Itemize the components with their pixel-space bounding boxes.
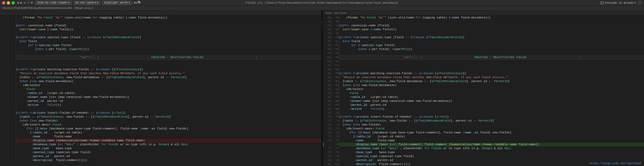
line-number: 81 (323, 162, 331, 166)
include-checkbox[interactable] (601, 1, 604, 4)
divider-dot (322, 21, 322, 22)
line-code: (and field (339, 39, 644, 43)
right-code-row: 7070(s/defn ^:private insert-fields-if-n… (323, 115, 644, 119)
line-code: Field (16, 87, 321, 91)
line-number: 78 (323, 150, 331, 154)
line-number-2 (8, 39, 16, 43)
left-code-row: {:table_id (u/get-id table) (0, 131, 321, 135)
line-code: :display_name (boot (nil field-comment) … (339, 143, 644, 147)
left-code-row (0, 51, 321, 56)
line-number-2: 48 (331, 28, 339, 32)
line-number: 61 (323, 79, 331, 83)
line-number-2 (8, 150, 16, 154)
line-number: 67 (323, 103, 331, 107)
grid-icon[interactable]: ⊞ (134, 1, 136, 5)
line-number-2 (8, 135, 16, 139)
line-number (0, 43, 8, 47)
line-code: [table :- i/TableInstance, new-field-met… (16, 76, 321, 79)
close-button[interactable] (2, 1, 5, 4)
line-number-2: 64 (331, 91, 339, 95)
left-pane-content[interactable]: (format "%s Field '%s'" (sync-util/name-… (0, 16, 321, 166)
line-number-2 (8, 99, 16, 103)
line-number (0, 64, 8, 68)
line-number-2 (8, 83, 16, 87)
line-number: 64 (323, 91, 331, 95)
left-code-row: (str/lower-case (:name field))) (0, 28, 321, 32)
line-code: (when (seq new-fields) (339, 123, 644, 127)
left-code-row: (when (seq new-field-metadatas) (0, 79, 321, 83)
line-code (339, 51, 644, 56)
line-number-2 (8, 20, 16, 24)
right-code-row: 6565 :table_id (u/get-id table) (323, 95, 644, 99)
line-code: :base_type base-type (16, 147, 321, 150)
left-code-row: (db/select (0, 83, 321, 87)
line-code: (when (seq new-field-metadatas) (339, 83, 644, 87)
line-code: :%lower.name [zin (map canonical-name ne… (16, 95, 321, 99)
line-number-2: 61 (331, 79, 339, 83)
line-number-2: 47 (331, 24, 339, 28)
layout-icon[interactable]: ⊞ (31, 1, 33, 5)
search-icon[interactable]: 🔍 (138, 1, 142, 5)
line-number (0, 39, 8, 43)
line-code: {:table_id (u/get-id table) (339, 135, 644, 139)
line-number (0, 150, 8, 154)
help-button[interactable]: ? (638, 1, 642, 5)
highlight-mode-button[interactable]: Highlight words ▼ (102, 1, 132, 5)
line-number-2: 70 (331, 115, 339, 119)
line-code: "cmt">;;; | CREATING / REACTIVATING FIEL… (339, 56, 644, 60)
ignore-mode-button[interactable]: Do not ignore ▼ (74, 1, 100, 5)
line-code: :base_type base-type (339, 150, 644, 154)
line-code (16, 60, 321, 64)
left-code-row: "Return an inactive metabase Field that … (0, 72, 321, 76)
line-number-2: 51 (331, 39, 339, 43)
line-number-2: 78 (331, 150, 339, 154)
left-code-row: :display_name (humanization/name->human-… (0, 139, 321, 143)
left-code-row: (and field (0, 39, 321, 43)
left-code-row: :table_id (u/get-id table) (0, 91, 321, 95)
line-code: (s/defn ^:private insert-fields-if-neede… (339, 115, 644, 119)
line-code: :table_id (u/get-id table) (339, 95, 644, 99)
line-number: 72 (323, 123, 331, 127)
line-number-2: 73 (331, 127, 339, 131)
left-code-row: :special_type (special-type field) (0, 150, 321, 154)
line-number-2 (8, 111, 16, 115)
right-code-row: 7474 (for [{:keys [database-type base-ty… (323, 131, 644, 135)
right-pane-title: Your version (326, 12, 346, 15)
minimize-button[interactable] (7, 1, 10, 4)
refresh-icon[interactable]: ↺ (24, 1, 26, 5)
view-mode-caret: ▼ (68, 2, 70, 4)
toolbar-right: Include in &revert ? (601, 1, 642, 5)
right-code-row: 6868 :active false))) (323, 107, 644, 111)
left-code-row: :description field-comment))))) (0, 158, 321, 162)
right-pane-content[interactable]: 4545 (format "%s Field '%s'" (sync-util/… (323, 16, 644, 166)
line-code: (s/defn ^:private matching-inactive-fiel… (339, 72, 644, 76)
line-number-2: 68 (331, 107, 339, 111)
line-number: 52 (323, 43, 331, 47)
line-number-2 (8, 16, 16, 20)
line-code: "Return an inactive metabase Field that … (16, 72, 321, 76)
ignore-mode-label: Do not ignore (76, 1, 96, 4)
line-number: 48 (323, 28, 331, 32)
line-number: 55 (323, 56, 331, 60)
include-revert-toggle[interactable]: Include in &revert (601, 1, 636, 4)
line-number-2: 75 (331, 135, 339, 139)
line-number-2 (8, 56, 16, 60)
line-number: 74 (323, 131, 331, 135)
line-number (0, 147, 8, 150)
highlight-mode-label: Highlight words (104, 1, 128, 4)
line-number-2 (8, 119, 16, 123)
line-code: {:table_id (u/get-id table) (16, 131, 321, 135)
line-number-2: 54 (331, 51, 339, 56)
back-icon[interactable]: ◀ (17, 1, 19, 5)
url-bar: https://blog.csdn.net/keylkeaf (589, 162, 641, 165)
line-number: 56 (323, 60, 331, 64)
maximize-button[interactable] (12, 1, 15, 4)
right-pane: Your version 4545 (format "%s Field '%s'… (323, 11, 644, 166)
settings-icon[interactable]: ⚙ (136, 1, 138, 5)
left-code-row: :active false))) (0, 103, 321, 107)
line-number (0, 123, 8, 127)
forward-icon[interactable]: ▶ (20, 1, 22, 5)
view-mode-button[interactable]: Side-by-side viewer ▼ (35, 1, 72, 5)
save-icon[interactable]: ⬇ (27, 1, 29, 5)
line-code: (when (:pk? field) :type/PK)))) (339, 47, 644, 51)
